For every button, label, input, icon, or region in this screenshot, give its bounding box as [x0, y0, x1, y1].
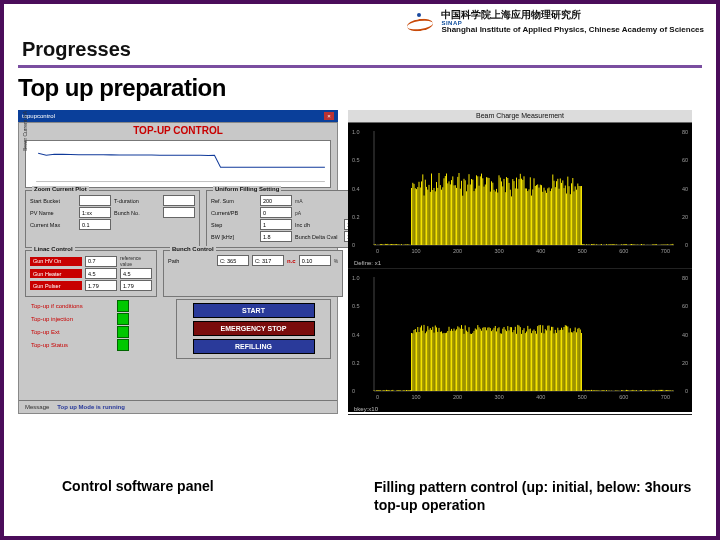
- caption-left: Control software panel: [62, 478, 214, 494]
- panel-title: TOP-UP CONTROL: [19, 123, 337, 138]
- status-1: Top-up injection: [31, 316, 111, 322]
- pvname-label: PV Name: [30, 210, 76, 216]
- start-bucket-input[interactable]: [79, 195, 111, 206]
- linac-r0-v0[interactable]: [85, 256, 117, 267]
- message-label: Message: [25, 404, 49, 410]
- linac-group-title: Linac Control: [32, 246, 75, 252]
- status-led-3: [117, 339, 129, 351]
- linac-ref-label: reference value: [120, 255, 152, 267]
- slide-header: 中国科学院上海应用物理研究所 SINAP Shanghai Institute …: [4, 4, 716, 36]
- message-value: Top up Mode is running: [57, 404, 125, 410]
- bunch-cell-0[interactable]: [217, 255, 249, 266]
- curpb-input[interactable]: [260, 207, 292, 218]
- bunch-path-label: Path: [168, 258, 214, 264]
- linac-r1-v0[interactable]: [85, 268, 117, 279]
- start-bucket-label: Start Bucket: [30, 198, 76, 204]
- duration-label: T-duration: [114, 198, 160, 204]
- emergency-stop-button[interactable]: EMERGENCY STOP: [193, 321, 315, 336]
- panel-small-chart-svg: [26, 141, 330, 188]
- duration-input[interactable]: [163, 195, 195, 206]
- institute-en: Shanghai Institute of Applied Physics, C…: [441, 26, 704, 35]
- status-0: Top-up if conditions: [31, 303, 111, 309]
- pvname-input[interactable]: [79, 207, 111, 218]
- linac-r0-label: Gun HV On: [30, 257, 82, 266]
- institute-cn: 中国科学院上海应用物理研究所: [441, 9, 704, 20]
- beam-chart-bottom: 1.00.50.40.20 806040200 0100200300400500…: [348, 269, 692, 415]
- bunch-nc-label: n.c: [287, 258, 296, 264]
- zoom-group-title: Zoom Current Plot: [32, 186, 89, 192]
- bunch-group-title: Bunch Control: [170, 246, 216, 252]
- bunch-cell-1[interactable]: [252, 255, 284, 266]
- curpb-label: Current/PB: [211, 210, 257, 216]
- delta-label: Bunch Delta Cval: [295, 234, 341, 240]
- inc-label: Inc dh: [295, 222, 341, 228]
- status-led-0: [117, 300, 129, 312]
- slide-subtitle: Top up preparation: [4, 68, 716, 110]
- sinap-logo-icon: [407, 13, 433, 31]
- slide: 中国科学院上海应用物理研究所 SINAP Shanghai Institute …: [0, 0, 720, 540]
- beam-top-caption: Define: x1: [354, 260, 381, 266]
- zoom-group: Zoom Current Plot Start BucketT-duration…: [25, 190, 200, 248]
- beam-top-xticks: 0100200300400500600700: [348, 248, 692, 254]
- message-bar: Message Top up Mode is running: [19, 400, 337, 413]
- status-led-2: [117, 326, 129, 338]
- linac-r2-v1[interactable]: [120, 280, 152, 291]
- cmax-label: Current Max: [30, 222, 76, 228]
- refilling-button[interactable]: REFILLING: [193, 339, 315, 354]
- bw-input[interactable]: [260, 231, 292, 242]
- status-led-1: [117, 313, 129, 325]
- status-2: Top-up Ext: [31, 329, 111, 335]
- linac-r1-label: Gun Heater: [30, 269, 82, 278]
- linac-r2-v0[interactable]: [85, 280, 117, 291]
- beam-chart-title: Beam Charge Measurement: [348, 110, 692, 123]
- figure-row: topupcontrol × TOP-UP CONTROL Beam Curre…: [4, 110, 716, 412]
- beam-bot-caption: bkey:x10: [354, 406, 378, 412]
- curpb-unit: pA: [295, 210, 301, 216]
- step-label: Step: [211, 222, 257, 228]
- linac-group: Linac Control Gun HV Onreference value G…: [25, 250, 157, 297]
- institute-block: 中国科学院上海应用物理研究所 SINAP Shanghai Institute …: [441, 9, 704, 35]
- refsum-unit: mA: [295, 198, 303, 204]
- bunch-nc-unit: %: [334, 258, 338, 264]
- filling-group-title: Uniform Filling Setting: [213, 186, 281, 192]
- panel-body: TOP-UP CONTROL Beam Current mA Zoom Curr…: [18, 122, 338, 414]
- beam-charge-figure: Beam Charge Measurement 1.00.50.40.20 80…: [348, 110, 692, 412]
- beam-top-svg: [348, 123, 692, 268]
- close-icon[interactable]: ×: [324, 112, 334, 120]
- linac-r2-label: Gun Pulser: [30, 281, 82, 290]
- bunch-group: Bunch Control Path n.c %: [163, 250, 343, 297]
- bunchnum-input[interactable]: [163, 207, 195, 218]
- control-panel-figure: topupcontrol × TOP-UP CONTROL Beam Curre…: [18, 110, 338, 412]
- status-3: Top-up Status: [31, 342, 111, 348]
- linac-r1-v1[interactable]: [120, 268, 152, 279]
- refsum-label: Ref. Sum: [211, 198, 257, 204]
- refsum-input[interactable]: [260, 195, 292, 206]
- section-title: Progresses: [4, 36, 716, 65]
- bunch-nc-input[interactable]: [299, 255, 331, 266]
- beam-bot-svg: [348, 269, 692, 414]
- beam-chart-top: 1.00.50.40.20 806040200 0100200300400500…: [348, 123, 692, 269]
- button-group: START EMERGENCY STOP REFILLING: [176, 299, 331, 359]
- bw-label: BW [kHz]: [211, 234, 257, 240]
- cmax-input[interactable]: [79, 219, 111, 230]
- caption-right: Filling pattern control (up: initial, be…: [374, 479, 694, 514]
- beam-bot-xticks: 0100200300400500600700: [348, 394, 692, 400]
- panel-small-chart: Beam Current mA: [25, 140, 331, 188]
- bunchnum-label: Bunch No.: [114, 210, 160, 216]
- start-button[interactable]: START: [193, 303, 315, 318]
- window-titlebar: topupcontrol ×: [18, 110, 338, 122]
- step-input[interactable]: [260, 219, 292, 230]
